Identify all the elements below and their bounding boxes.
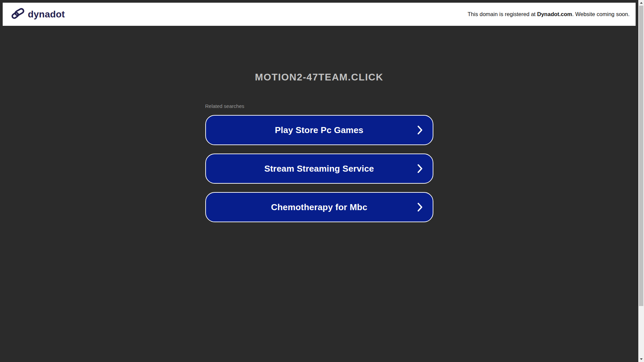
related-searches-label: Related searches: [205, 103, 433, 109]
related-search-button-3-label: Chemotherapy for Mbc: [271, 202, 367, 213]
notice-prefix: This domain is registered at: [468, 11, 537, 17]
notice-suffix: . Website coming soon.: [572, 11, 630, 17]
scrollbar-up-button[interactable]: [638, 0, 644, 6]
chain-link-icon: [11, 8, 25, 21]
logo-wordmark: dynadot: [28, 9, 65, 20]
related-search-button-2[interactable]: Stream Streaming Service: [205, 154, 433, 184]
chevron-right-icon: [417, 125, 423, 135]
notice-brand: Dynadot.com: [537, 11, 572, 17]
triangle-up-icon: [640, 2, 643, 4]
page-body: MOTION2-47TEAM.CLICK Related searches Pl…: [0, 26, 638, 362]
triangle-down-icon: [640, 358, 643, 360]
related-search-button-1-label: Play Store Pc Games: [275, 125, 364, 135]
scrollbar-thumb[interactable]: [639, 6, 643, 306]
vertical-scrollbar[interactable]: [638, 0, 644, 362]
search-buttons-list: Play Store Pc Games Stream Streaming Ser…: [205, 115, 433, 222]
chevron-right-icon: [417, 164, 423, 173]
related-searches-section: Related searches Play Store Pc Games Str…: [205, 103, 433, 222]
scrollbar-down-button[interactable]: [638, 356, 644, 362]
dynadot-logo[interactable]: dynadot: [3, 8, 65, 21]
related-search-button-1[interactable]: Play Store Pc Games: [205, 115, 433, 145]
related-search-button-3[interactable]: Chemotherapy for Mbc: [205, 192, 433, 222]
related-search-button-2-label: Stream Streaming Service: [264, 164, 374, 174]
chevron-right-icon: [417, 202, 423, 212]
registration-notice: This domain is registered at Dynadot.com…: [468, 11, 636, 17]
header-bar: dynadot This domain is registered at Dyn…: [3, 3, 636, 26]
domain-title: MOTION2-47TEAM.CLICK: [0, 71, 638, 83]
